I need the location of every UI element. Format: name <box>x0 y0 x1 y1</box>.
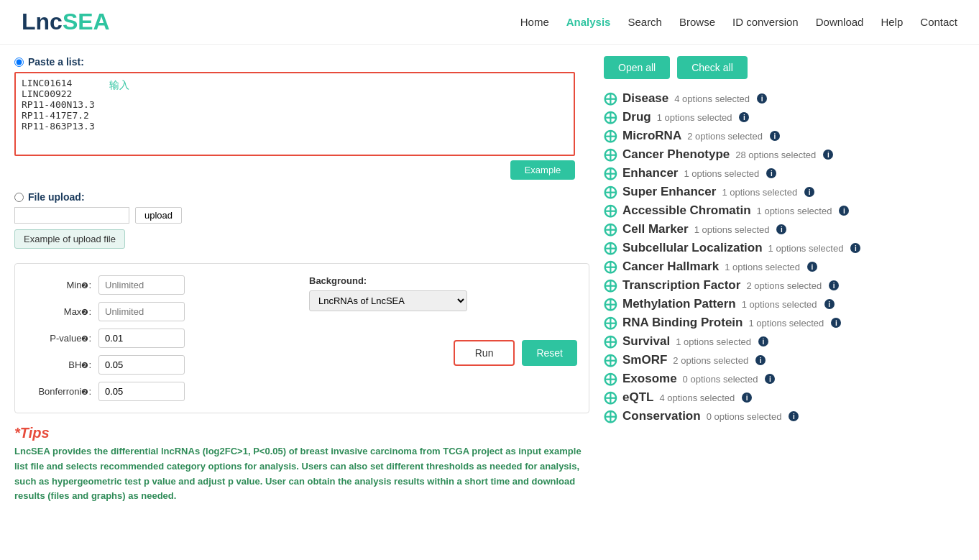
info-icon[interactable]: i <box>831 318 841 328</box>
info-icon[interactable]: i <box>757 93 767 104</box>
category-options: 0 options selected <box>707 411 782 422</box>
file-upload-radio[interactable] <box>14 193 24 202</box>
expand-icon[interactable]: ⨁ <box>604 111 617 124</box>
expand-icon[interactable]: ⨁ <box>604 298 617 311</box>
category-options: 4 options selected <box>659 393 735 403</box>
nav-home[interactable]: Home <box>520 16 549 28</box>
expand-icon[interactable]: ⨁ <box>604 223 617 236</box>
expand-icon[interactable]: ⨁ <box>604 148 617 161</box>
category-options: 2 options selected <box>687 131 763 142</box>
expand-icon[interactable]: ⨁ <box>604 129 617 142</box>
category-name: Exosome <box>622 372 677 386</box>
category-name: Cancer Phenotype <box>622 147 730 162</box>
max-input[interactable] <box>98 302 185 321</box>
bonferroni-input[interactable] <box>98 382 185 401</box>
expand-icon[interactable]: ⨁ <box>604 185 617 198</box>
category-options: 1 options selected <box>748 318 824 329</box>
category-item: ⨁ Disease 4 options selected i <box>604 89 965 108</box>
bh-input[interactable] <box>98 355 185 375</box>
nav-download[interactable]: Download <box>816 16 864 28</box>
info-icon[interactable]: i <box>804 187 814 197</box>
category-item: ⨁ Cancer Phenotype 28 options selected i <box>604 145 965 164</box>
category-options: 28 options selected <box>735 150 816 160</box>
expand-icon[interactable]: ⨁ <box>604 335 617 348</box>
category-options: 1 options selected <box>676 336 751 347</box>
info-icon[interactable]: i <box>766 168 776 178</box>
category-name: Drug <box>622 110 651 124</box>
file-upload-row: upload <box>14 207 589 224</box>
category-name: RNA Binding Protein <box>622 316 743 330</box>
expand-icon[interactable]: ⨁ <box>604 242 617 254</box>
paste-textarea[interactable]: LINC01614 LINC00922 RP11-400N13.3 RP11-4… <box>16 73 574 152</box>
pvalue-input[interactable] <box>98 329 185 348</box>
check-all-button[interactable]: Check all <box>677 56 748 79</box>
info-icon[interactable]: i <box>789 411 799 421</box>
min-row: Min❷: <box>27 275 295 295</box>
info-icon[interactable]: i <box>807 262 817 272</box>
nav-browse[interactable]: Browse <box>679 16 715 28</box>
example-upload-button[interactable]: Example of upload file <box>14 229 125 249</box>
upload-button[interactable]: upload <box>135 207 182 224</box>
category-name: Enhancer <box>622 166 678 180</box>
category-name: Subcellular Localization <box>622 241 763 255</box>
expand-icon[interactable]: ⨁ <box>604 391 617 404</box>
paste-radio[interactable] <box>14 58 24 67</box>
left-panel: Paste a list: LINC01614 LINC00922 RP11-4… <box>14 56 589 504</box>
info-icon[interactable]: i <box>765 374 775 384</box>
example-button[interactable]: Example <box>510 160 575 180</box>
info-icon[interactable]: i <box>770 131 780 141</box>
info-icon[interactable]: i <box>850 243 860 253</box>
info-icon[interactable]: i <box>776 224 786 234</box>
category-options: 1 options selected <box>657 112 732 123</box>
reset-button[interactable]: Reset <box>522 340 577 366</box>
expand-icon[interactable]: ⨁ <box>604 410 617 423</box>
info-icon[interactable]: i <box>824 299 835 309</box>
nav-id-conversion[interactable]: ID conversion <box>732 16 799 28</box>
expand-icon[interactable]: ⨁ <box>604 204 617 217</box>
open-all-button[interactable]: Open all <box>604 56 670 79</box>
category-name: Transcription Factor <box>622 278 740 293</box>
expand-icon[interactable]: ⨁ <box>604 92 617 105</box>
background-label: Background: <box>309 275 577 286</box>
nav-search[interactable]: Search <box>628 16 662 28</box>
category-name: Disease <box>622 91 668 106</box>
background-section: Background: LncRNAs of LncSEA <box>309 275 577 311</box>
tips-text: LncSEA provides the differential lncRNAs… <box>14 444 589 504</box>
pvalue-label: P-value❷: <box>27 333 91 344</box>
header: LncSEA Home Analysis Search Browse ID co… <box>0 0 979 45</box>
category-options: 1 options selected <box>768 243 844 254</box>
background-select[interactable]: LncRNAs of LncSEA <box>309 290 467 311</box>
nav-analysis[interactable]: Analysis <box>566 16 611 28</box>
nav: Home Analysis Search Browse ID conversio… <box>520 16 957 28</box>
info-icon[interactable]: i <box>839 206 849 216</box>
expand-icon[interactable]: ⨁ <box>604 260 617 273</box>
file-upload-label: File upload: <box>14 191 589 203</box>
expand-icon[interactable]: ⨁ <box>604 372 617 385</box>
paste-section: Paste a list: LINC01614 LINC00922 RP11-4… <box>14 56 589 180</box>
nav-contact[interactable]: Contact <box>920 16 957 28</box>
params-section: Min❷: Max❷: P-value❷: BH❷: <box>14 263 589 413</box>
info-icon[interactable]: i <box>742 393 752 403</box>
bh-row: BH❷: <box>27 355 295 375</box>
expand-icon[interactable]: ⨁ <box>604 354 617 367</box>
category-options: 1 options selected <box>757 206 832 216</box>
info-icon[interactable]: i <box>739 112 749 122</box>
expand-icon[interactable]: ⨁ <box>604 316 617 329</box>
info-icon[interactable]: i <box>758 336 768 346</box>
category-name: Accessible Chromatin <box>622 203 751 218</box>
category-item: ⨁ Cell Marker 1 options selected i <box>604 220 965 239</box>
info-icon[interactable]: i <box>829 280 839 290</box>
right-params: Background: LncRNAs of LncSEA Run Reset <box>309 275 577 401</box>
expand-icon[interactable]: ⨁ <box>604 167 617 180</box>
file-input[interactable] <box>14 207 129 224</box>
category-options: 1 options selected <box>694 224 770 235</box>
category-item: ⨁ Enhancer 1 options selected i <box>604 164 965 183</box>
nav-help[interactable]: Help <box>881 16 903 28</box>
info-icon[interactable]: i <box>823 150 833 160</box>
expand-icon[interactable]: ⨁ <box>604 279 617 292</box>
info-icon[interactable]: i <box>755 355 766 365</box>
run-button[interactable]: Run <box>454 340 515 366</box>
min-input[interactable] <box>98 275 185 295</box>
category-item: ⨁ Drug 1 options selected i <box>604 108 965 127</box>
category-item: ⨁ MicroRNA 2 options selected i <box>604 127 965 145</box>
